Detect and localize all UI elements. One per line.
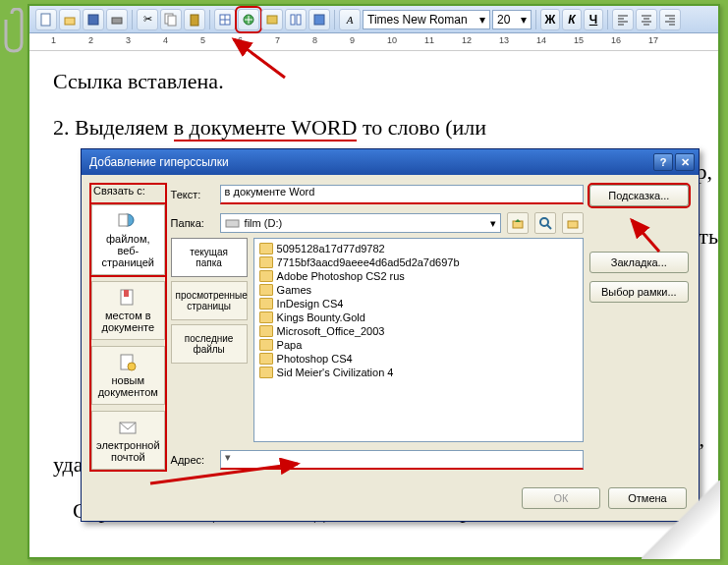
font-name-select[interactable]: Times New Roman▾ [363, 10, 490, 29]
folder-icon [259, 256, 273, 268]
ruler-mark: 11 [424, 35, 434, 45]
toolbar-image-icon[interactable] [261, 9, 283, 30]
ruler-mark: 4 [163, 35, 168, 45]
file-name: Kings Bounty.Gold [277, 311, 365, 323]
browse-tab-recent-files[interactable]: последние файлы [171, 324, 248, 364]
ruler-mark: 9 [350, 35, 355, 45]
link-with-email[interactable]: электронной почтой [91, 411, 165, 470]
dialog-titlebar[interactable]: Добавление гиперссылки ? ✕ [82, 149, 699, 175]
browse-tabs: текущая папка просмотренные страницы пос… [171, 238, 248, 442]
list-item[interactable]: Photoshop CS4 [257, 352, 580, 366]
list-item[interactable]: Kings Bounty.Gold [257, 311, 580, 324]
file-name: Games [277, 284, 311, 296]
ok-button[interactable]: ОК [522, 487, 600, 509]
folder-value: film (D:) [245, 217, 283, 229]
browse-tab-browsed-pages[interactable]: просмотренные страницы [171, 281, 248, 320]
font-name-value: Times New Roman [367, 13, 468, 27]
file-name: 7715bf3aacd9aeee4d6ad5d2a7d697b [277, 256, 460, 268]
link-with-place-in-doc[interactable]: местом в документе [91, 281, 165, 340]
toolbar-save-icon[interactable] [83, 9, 104, 30]
toolbar-open-icon[interactable] [59, 9, 81, 30]
horizontal-ruler: 1234567891011121314151617 [29, 33, 718, 51]
toolbar-table-icon[interactable] [214, 9, 236, 30]
drive-icon [225, 216, 241, 230]
bold-button[interactable]: Ж [540, 9, 560, 30]
italic-button[interactable]: К [562, 9, 582, 30]
insert-hyperlink-dialog: Добавление гиперссылки ? ✕ Связать с: фа… [81, 148, 700, 522]
link-with-column: Связать с: файлом, веб-страницей местом … [91, 185, 165, 470]
ruler-mark: 10 [387, 35, 397, 45]
list-item[interactable]: Adobe Photoshop CS2 rus [257, 269, 580, 283]
address-label: Адрес: [171, 454, 214, 466]
list-item[interactable]: Sid Meier's Civilization 4 [257, 366, 580, 379]
dialog-main-panel: Текст: в документе Word Папка: film (D:)… [171, 185, 584, 470]
list-item[interactable]: 5095128a17d77d9782 [257, 242, 580, 255]
list-item[interactable]: InDesign CS4 [257, 297, 580, 311]
svg-rect-5 [168, 16, 176, 26]
new-doc-icon [117, 353, 139, 372]
ruler-mark: 13 [499, 35, 509, 45]
toolbar-print-icon[interactable] [106, 9, 128, 30]
close-button[interactable]: ✕ [675, 153, 695, 171]
file-name: Photoshop CS4 [277, 353, 353, 365]
link-with-new-doc[interactable]: новым документом [91, 346, 165, 405]
ruler-mark: 14 [536, 35, 546, 45]
align-center-icon[interactable] [636, 9, 657, 30]
svg-rect-39 [568, 221, 578, 228]
svg-rect-1 [65, 18, 75, 25]
list-item[interactable]: Games [257, 283, 580, 297]
toolbar-hyperlink-icon[interactable] [238, 9, 259, 30]
doc-line1: Ссылка вставлена. [53, 65, 699, 97]
screentip-button[interactable]: Подсказка... [589, 185, 689, 206]
doc-text-highlighted: в документе WORD [174, 115, 358, 141]
font-size-value: 20 [497, 13, 510, 27]
bookmark-button[interactable]: Закладка... [589, 252, 689, 273]
app-window: ✂ A Times New Roman▾ 20▾ Ж К Ч 123456789… [28, 4, 720, 559]
folder-icon [259, 353, 273, 365]
file-list[interactable]: 5095128a17d77d9782 7715bf3aacd9aeee4d6ad… [253, 238, 584, 442]
font-size-select[interactable]: 20▾ [492, 10, 532, 29]
dialog-title: Добавление гиперссылки [89, 155, 229, 169]
list-item[interactable]: Papa [257, 338, 580, 352]
toolbar-paste-icon[interactable] [184, 9, 205, 30]
file-name: Sid Meier's Civilization 4 [277, 367, 394, 378]
toolbar-cut-icon[interactable]: ✂ [137, 9, 158, 30]
toolbar-drawing-icon[interactable] [308, 9, 330, 30]
svg-point-37 [540, 218, 548, 226]
svg-line-38 [547, 225, 551, 229]
globe-file-icon [117, 211, 139, 231]
align-left-icon[interactable] [612, 9, 634, 30]
toolbar-columns-icon[interactable] [285, 9, 307, 30]
target-frame-button[interactable]: Выбор рамки... [589, 281, 689, 303]
toolbar-style-icon[interactable]: A [339, 9, 361, 30]
folder-select[interactable]: film (D:) ▾ [220, 213, 501, 233]
ruler-mark: 2 [88, 35, 93, 45]
ruler-mark: 17 [648, 35, 658, 45]
align-right-icon[interactable] [659, 9, 681, 30]
link-item-label: местом в документе [94, 310, 162, 333]
browse-file-button[interactable] [562, 212, 584, 234]
svg-rect-6 [191, 15, 198, 26]
open-folder-icon [566, 216, 580, 230]
display-text-input[interactable]: в документе Word [220, 185, 584, 204]
folder-icon [259, 325, 273, 337]
browse-web-button[interactable] [534, 212, 556, 234]
doc-text: то слово (или [357, 115, 486, 140]
bookmark-doc-icon [117, 288, 139, 308]
folder-label: Папка: [171, 217, 214, 229]
file-name: InDesign CS4 [277, 298, 344, 310]
toolbar-new-icon[interactable] [35, 9, 57, 30]
list-item[interactable]: 7715bf3aacd9aeee4d6ad5d2a7d697b [257, 255, 580, 269]
toolbar-copy-icon[interactable] [160, 9, 182, 30]
ruler-mark: 7 [275, 35, 280, 45]
list-item[interactable]: Microsoft_Office_2003 [257, 324, 580, 338]
browse-tab-current-folder[interactable]: текущая папка [171, 238, 248, 277]
svg-rect-35 [226, 220, 239, 227]
address-input[interactable]: ▾ [220, 450, 584, 470]
up-folder-button[interactable] [507, 212, 529, 234]
svg-rect-36 [513, 221, 523, 228]
link-with-file-web[interactable]: файлом, веб-страницей [91, 204, 165, 275]
underline-button[interactable]: Ч [584, 9, 603, 30]
ruler-mark: 5 [200, 35, 205, 45]
help-button[interactable]: ? [653, 153, 673, 171]
